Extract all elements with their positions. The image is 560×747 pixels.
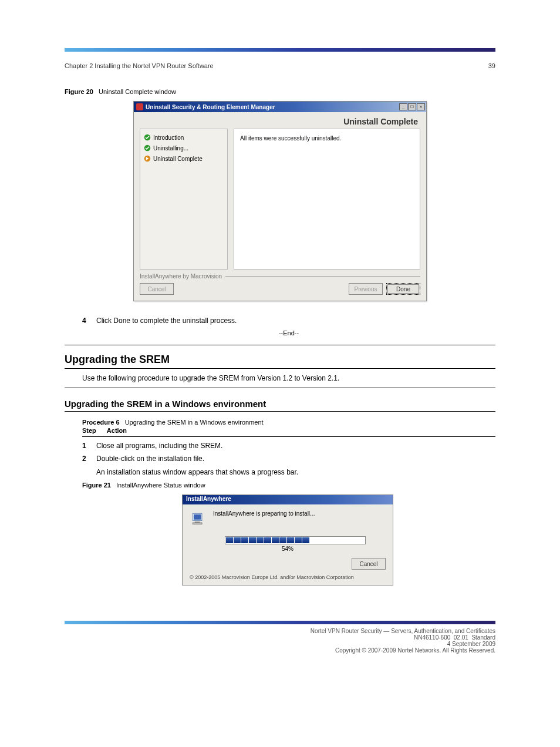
step-number: 2	[82, 455, 90, 463]
section-heading-upgrade: Upgrading the SREM	[65, 354, 495, 366]
titlebar-title: Uninstall Security & Routing Element Man…	[146, 104, 399, 110]
figure-1-title: Uninstall Complete window	[99, 88, 176, 95]
footer-gradient-bar	[65, 621, 495, 624]
step-introduction: Introduction	[144, 134, 224, 141]
steps-panel: Introduction Uninstalling... Uninstall C…	[140, 129, 228, 270]
uninstall-message: All items were successfully uninstalled.	[240, 135, 341, 142]
step-uninstall-complete: Uninstall Complete	[144, 155, 224, 162]
svg-rect-6	[193, 523, 202, 524]
footer-copyright: Copyright © 2007-2009 Nortel Networks. A…	[335, 647, 495, 654]
step-number: 1	[82, 442, 90, 450]
copyright-text: © 2002-2005 Macrovision Europe Ltd. and/…	[190, 574, 386, 580]
minimize-button[interactable]: _	[399, 103, 407, 110]
procedure-title: Upgrading the SREM in a Windows environm…	[125, 419, 264, 426]
titlebar[interactable]: Uninstall Security & Routing Element Man…	[134, 102, 426, 112]
footer-date: 4 September 2009	[447, 641, 495, 647]
dialog-heading: Uninstall Complete	[134, 112, 426, 129]
header-chapter: Chapter 2 Installing the Nortel VPN Rout…	[65, 62, 214, 69]
figure-1-label: Figure 20	[65, 88, 93, 95]
figure-1-caption: Figure 20 Uninstall Complete window	[65, 88, 495, 95]
uninstall-dialog: Uninstall Security & Routing Element Man…	[133, 101, 427, 301]
footer-version: 02.01	[454, 634, 468, 641]
installanywhere-label: InstallAnywhere by Macrovision	[140, 273, 420, 280]
previous-button: Previous	[349, 283, 383, 295]
procedure-step-1: 1 Close all programs, including the SREM…	[82, 442, 495, 450]
figure-2-label: Figure 21	[82, 482, 111, 489]
procedure-step-2: 2 Double-click on the installation file.	[82, 455, 495, 463]
maximize-button[interactable]: □	[408, 103, 416, 110]
cancel-button: Cancel	[140, 283, 174, 295]
step-action-header: Step Action	[82, 427, 495, 434]
step-label: Introduction	[153, 134, 184, 141]
progress-bar	[225, 536, 366, 544]
figure-2-caption: Figure 21 InstallAnywhere Status window	[82, 482, 495, 489]
header-gradient-bar	[65, 48, 495, 52]
checkmark-icon	[144, 134, 151, 141]
status-message: InstallAnywhere is preparing to install.…	[213, 510, 315, 517]
section-divider	[65, 411, 495, 412]
close-button[interactable]: ×	[417, 103, 425, 110]
ia-label-text: InstallAnywhere by Macrovision	[140, 273, 222, 280]
page-header: Chapter 2 Installing the Nortel VPN Rout…	[65, 62, 495, 69]
arrow-icon	[144, 155, 151, 162]
step-text: Double-click on the installation file.	[96, 455, 204, 463]
checkmark-icon	[144, 144, 151, 152]
svg-rect-4	[194, 514, 201, 520]
action-col: Action	[107, 427, 127, 434]
footer-doc-title: Nortel VPN Router Security — Servers, Au…	[311, 628, 495, 634]
done-button[interactable]: Done	[386, 283, 420, 295]
footer: Nortel VPN Router Security — Servers, Au…	[65, 628, 495, 654]
cancel-button[interactable]: Cancel	[352, 558, 386, 570]
step-label: Uninstall Complete	[153, 156, 203, 162]
installanywhere-status-dialog: InstallAnywhere InstallAnywhere is prepa…	[182, 494, 393, 586]
header-page-number: 39	[488, 62, 495, 69]
step-label: Uninstalling...	[153, 145, 188, 152]
procedure-label: Procedure 6	[82, 419, 120, 426]
step-col: Step	[82, 427, 96, 434]
titlebar[interactable]: InstallAnywhere	[183, 495, 393, 504]
procedure-step-4: 4 Click Done to complete the uninstall p…	[82, 317, 495, 325]
section-heading-windows: Upgrading the SREM in a Windows environm…	[65, 399, 495, 409]
step-number: 4	[82, 317, 90, 325]
section-divider	[65, 368, 495, 369]
computer-icon	[190, 510, 206, 527]
section-divider	[65, 345, 495, 345]
section-paragraph: Use the following procedure to upgrade t…	[82, 374, 495, 383]
step-result: An installation status window appears th…	[96, 467, 495, 477]
divider	[225, 276, 420, 277]
progress-percent: 54%	[190, 546, 386, 552]
message-panel: All items were successfully uninstalled.	[234, 129, 420, 270]
procedure-caption: Procedure 6 Upgrading the SREM in a Wind…	[82, 419, 495, 426]
footer-standard: Standard	[471, 634, 495, 641]
step-text: Click Done to complete the uninstall pro…	[96, 317, 237, 325]
app-icon	[136, 103, 143, 110]
step-text: Close all programs, including the SREM.	[96, 442, 222, 450]
step-uninstalling: Uninstalling...	[144, 144, 224, 152]
end-marker: --End--	[82, 329, 495, 337]
figure-2-title: InstallAnywhere Status window	[116, 482, 205, 489]
footer-doc-id: NN46110-600	[414, 634, 450, 641]
divider	[82, 436, 495, 437]
section-divider	[65, 388, 495, 388]
